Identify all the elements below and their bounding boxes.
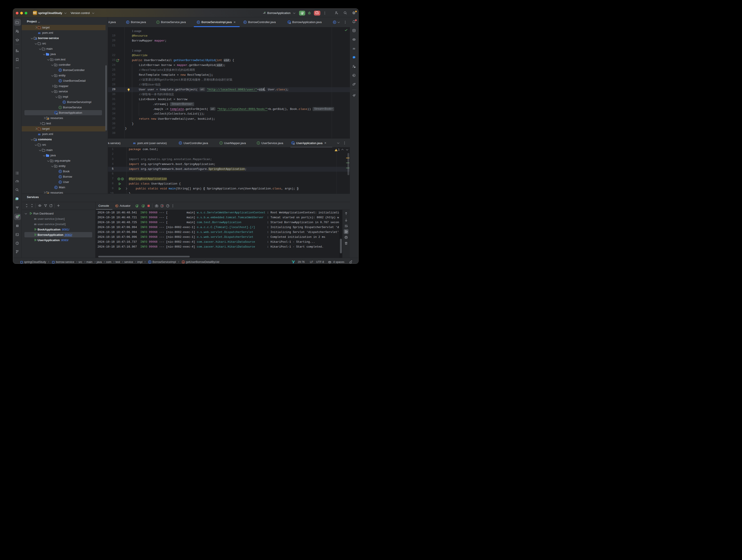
svg-text:3: 3	[317, 12, 319, 15]
